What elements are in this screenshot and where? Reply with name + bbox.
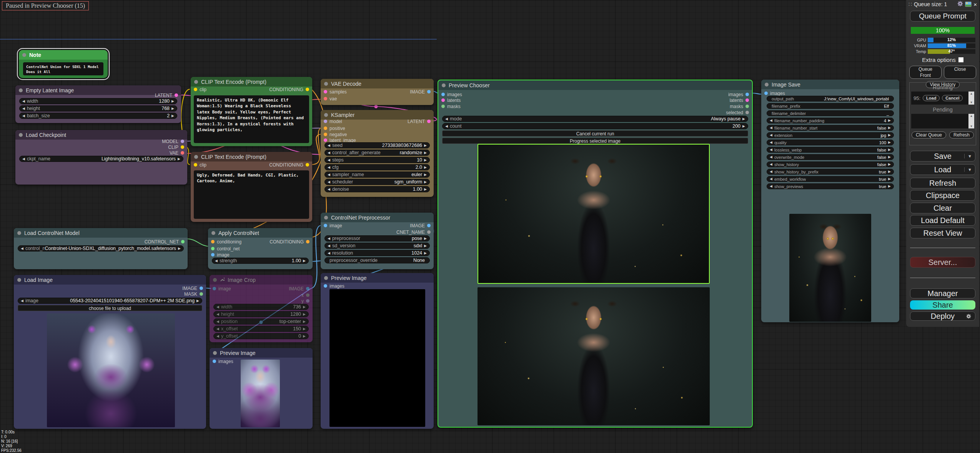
output-port-image[interactable]: IMAGE [182,285,203,291]
collapse-dot-icon[interactable] [19,133,23,137]
output-port-conditioning[interactable]: CONDITIONING [269,87,309,92]
input-port-image[interactable]: image [324,223,342,228]
node-header[interactable]: Preview Image [321,273,434,283]
queue-front-button[interactable]: Queue Front [909,66,942,79]
decrement-icon[interactable]: ◀ [328,166,330,169]
collapse-dot-icon[interactable] [19,88,23,92]
increment-icon[interactable]: ▶ [196,299,199,303]
node-apply-controlnet[interactable]: Apply ControlNet conditioning control_ne… [208,228,313,269]
node-header[interactable]: Image Save [761,80,899,89]
output-port-latent[interactable]: LATENT [155,92,178,98]
share-button[interactable]: Share [910,300,975,310]
widget-control-net-name[interactable]: ◀ control_net_name Controlnet-Union-SDXL… [18,245,184,251]
decrement-icon[interactable]: ◀ [770,119,772,122]
refresh-button[interactable]: Refresh [910,178,975,188]
decrement-icon[interactable]: ◀ [216,335,219,338]
widget-output-path[interactable]: output_path J:\new_ComfyUI_windows_porta… [767,96,894,102]
decrement-icon[interactable]: ◀ [216,320,219,323]
deploy-gear-icon[interactable] [966,312,971,321]
widget-height[interactable]: ◀ height 768 ▶ [19,105,177,112]
decrement-icon[interactable]: ◀ [770,163,772,166]
output-port-conditioning[interactable]: CONDITIONING [269,162,309,168]
input-port-images[interactable]: images [213,358,233,364]
increment-icon[interactable]: ▶ [888,155,891,159]
widget-count[interactable]: ◀ count 200 ▶ [442,123,748,129]
increment-icon[interactable]: ▶ [303,320,306,323]
decrement-icon[interactable]: ◀ [216,305,219,309]
increment-icon[interactable]: ▶ [424,251,427,255]
decrement-icon[interactable]: ◀ [328,151,330,155]
widget-show-history[interactable]: ◀ show_history false ▶ [767,162,894,167]
node-header[interactable]: Image Crop [210,275,313,285]
output-port-cnet-name[interactable]: CNET_NAME [396,229,431,235]
input-port-vae[interactable]: vae [324,96,337,102]
running-scrollbar[interactable]: ▲▼ [968,92,974,105]
increment-icon[interactable]: ▶ [424,173,427,177]
pending-scrollbar[interactable]: ▲▼ [968,114,974,128]
output-port-image[interactable]: IMAGE [410,89,431,95]
output-port-model[interactable]: MODEL [162,138,184,144]
running-cancel-button[interactable]: Cancel [942,95,963,101]
output-port-y[interactable]: y [301,298,309,304]
increment-icon[interactable]: ▶ [171,114,174,118]
progress-selected-image-button[interactable]: Progress selected image [442,138,748,144]
widget-quality[interactable]: ◀ quality 100 ▶ [767,140,894,145]
candidate-image-1-selected[interactable] [478,144,710,284]
widget-resolution[interactable]: ◀ resolution 1024 ▶ [324,250,430,256]
node-header[interactable]: Preview Chooser [438,80,752,90]
decrement-icon[interactable]: ◀ [216,313,219,316]
decrement-icon[interactable]: ◀ [328,244,330,248]
output-port-image[interactable]: IMAGE [410,223,431,228]
widget-overwrite-mode[interactable]: ◀ overwrite_mode false ▶ [767,154,894,160]
output-port-images[interactable]: images [728,92,749,97]
increment-icon[interactable]: ▶ [888,163,891,166]
widget-strength[interactable]: ◀ strength 1.00 ▶ [212,258,309,264]
decrement-icon[interactable]: ◀ [328,188,330,191]
decrement-icon[interactable]: ◀ [328,173,330,177]
widget-scheduler[interactable]: ◀ scheduler sgm_uniform ▶ [324,179,430,185]
node-ksampler[interactable]: KSampler model positive negative latent_… [321,110,434,197]
increment-icon[interactable]: ▶ [171,100,174,103]
decrement-icon[interactable]: ◀ [770,185,772,188]
candidate-image-2[interactable] [478,287,710,425]
decrement-icon[interactable]: ◀ [770,133,772,137]
increment-icon[interactable]: ▶ [178,247,181,250]
note-text[interactable]: ControlNet Union for SDXL 1 Model Does i… [23,62,103,75]
widget-width[interactable]: ◀ width 1280 ▶ [19,98,177,104]
increment-icon[interactable]: ▶ [424,180,427,184]
widget-sd-version[interactable]: ◀ sd_version sdxl ▶ [324,243,430,249]
node-load-controlnet-model[interactable]: Load ControlNet Model CONTROL_NET ◀ cont… [14,228,188,269]
widget-filename-number-padding[interactable]: ◀ filename_number_padding 4 ▶ [767,118,894,123]
increment-icon[interactable]: ▶ [742,125,745,128]
widget-extension[interactable]: ◀ extension jpg ▶ [767,132,894,138]
widget-x-offset[interactable]: ◀ x_offset 150 ▶ [213,326,309,332]
clear-button[interactable]: Clear [910,203,975,213]
decrement-icon[interactable]: ◀ [770,177,772,181]
collapse-dot-icon[interactable] [22,53,26,57]
input-port-samples[interactable]: samples [324,89,347,95]
output-port-selected[interactable]: selected [726,110,749,115]
widget-control-after-generate[interactable]: ◀ control_after_generate randomize ▶ [324,150,430,156]
drag-handle-icon[interactable]: ∷ [908,1,912,7]
widget-batch-size[interactable]: ◀ batch_size 2 ▶ [19,113,177,119]
widget-sampler-name[interactable]: ◀ sampler_name euler ▶ [324,172,430,178]
running-load-button[interactable]: Load [923,95,940,101]
collapse-dot-icon[interactable] [765,83,769,87]
widget-seed[interactable]: ◀ seed 273383803672686 ▶ [324,142,430,148]
output-port-masks[interactable]: masks [730,103,749,109]
deploy-button[interactable]: Deploy [910,311,975,321]
negative-prompt-textarea[interactable]: Ugly, Deformed, Bad Hands, CGI, Plastic,… [194,170,309,219]
comfyui-canvas[interactable]: Paused in Preview Chooser (15) Note Cont… [0,0,980,453]
node-preview-chooser[interactable]: Preview Chooser images latents masks ima… [438,80,753,428]
widget-denoise[interactable]: ◀ denoise 1.00 ▶ [324,186,430,192]
widget-preprocessor-override[interactable]: preprocessor_override None [324,257,430,263]
increment-icon[interactable]: ▶ [424,151,427,155]
input-port-conditioning[interactable]: conditioning [211,239,241,245]
queue-prompt-button[interactable]: Queue Prompt [910,11,975,22]
input-port-clip[interactable]: clip [194,87,206,92]
increment-icon[interactable]: ▶ [303,327,306,331]
decrement-icon[interactable]: ◀ [328,251,330,255]
output-port-mask[interactable]: MASK [184,291,203,297]
decrement-icon[interactable]: ◀ [22,157,25,161]
increment-icon[interactable]: ▶ [424,158,427,162]
